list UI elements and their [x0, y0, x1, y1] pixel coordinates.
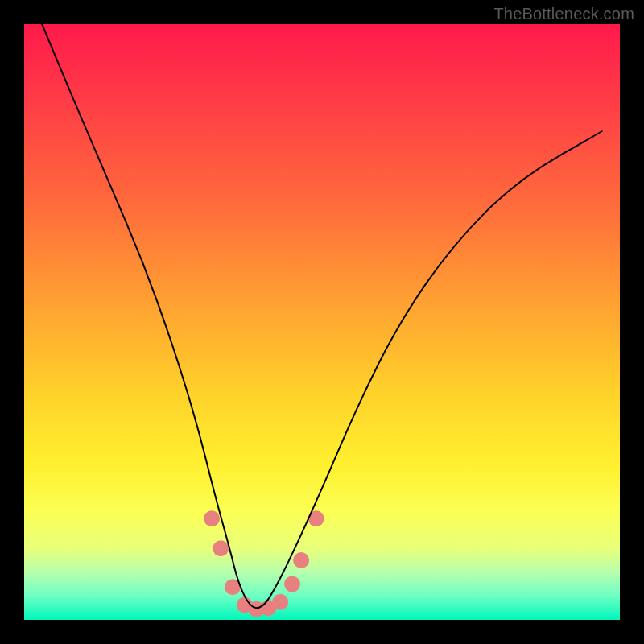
marker-layer [204, 510, 324, 617]
data-marker [293, 552, 309, 568]
data-marker [272, 594, 288, 610]
data-marker [213, 540, 229, 556]
plot-area [24, 24, 620, 620]
watermark-text: TheBottleneck.com [493, 5, 634, 23]
chart-svg [24, 24, 620, 620]
data-marker [204, 510, 220, 526]
data-marker [284, 576, 300, 592]
outer-frame: TheBottleneck.com [0, 0, 644, 644]
